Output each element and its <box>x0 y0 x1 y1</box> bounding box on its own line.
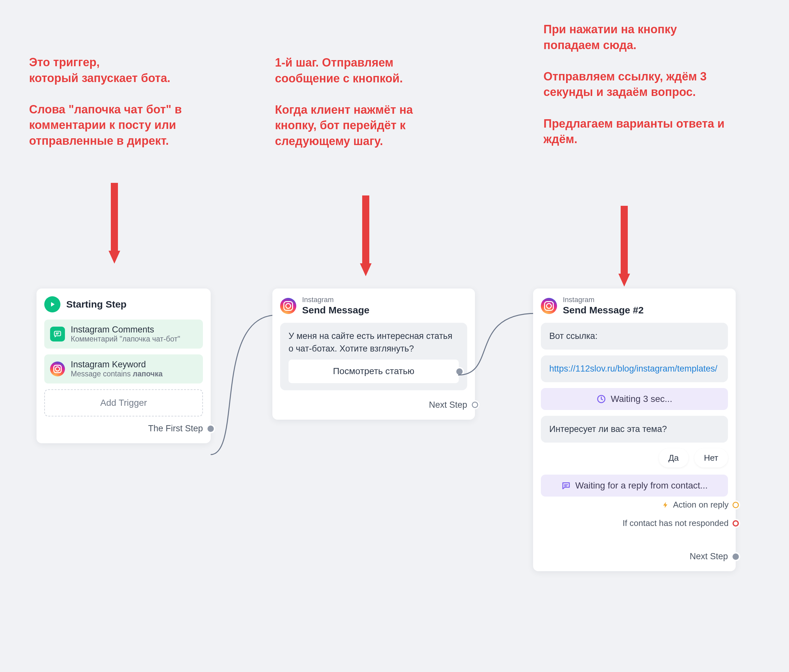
svg-rect-0 <box>54 331 61 336</box>
message-text: У меня на сайте есть интересная статья о… <box>289 330 459 355</box>
annotation-trigger: Это триггер, который запускает бота. Сло… <box>29 54 239 149</box>
port-dot-yellow[interactable] <box>733 502 739 508</box>
message-bubble[interactable]: Интересует ли вас эта тема? <box>541 416 728 443</box>
connector-line <box>207 307 281 468</box>
trigger-title: Instagram Keyword <box>71 359 163 370</box>
instagram-icon <box>541 298 557 314</box>
port-dot[interactable] <box>456 368 463 375</box>
port-label: Next Step <box>429 400 467 410</box>
add-trigger-button[interactable]: Add Trigger <box>44 389 203 417</box>
chat-icon <box>561 481 571 490</box>
waiting-label: Waiting 3 sec... <box>611 394 672 404</box>
port-label: The First Step <box>148 423 203 434</box>
waiting-reply-label: Waiting for a reply from contact... <box>575 480 708 491</box>
instagram-icon <box>50 362 65 377</box>
clock-icon <box>596 394 606 404</box>
waiting-delay[interactable]: Waiting 3 sec... <box>541 388 728 410</box>
port-dot-open[interactable] <box>472 402 478 408</box>
arrow-icon <box>108 183 121 267</box>
trigger-title: Instagram Comments <box>71 325 180 335</box>
message-bubble[interactable]: У меня на сайте есть интересная статья о… <box>280 323 467 390</box>
bolt-icon <box>662 501 669 509</box>
trigger-instagram-keyword[interactable]: Instagram Keyword Message contains лапоч… <box>44 354 203 383</box>
message-bubble-link[interactable]: https://112slov.ru/blog/instagram/templa… <box>541 355 728 382</box>
channel-label: Instagram <box>302 296 369 303</box>
waiting-for-reply[interactable]: Waiting for a reply from contact... <box>541 475 728 496</box>
message-bubble[interactable]: Вот ссылка: <box>541 323 728 350</box>
reply-option-yes[interactable]: Да <box>659 449 688 468</box>
port-dot-red[interactable] <box>733 520 739 527</box>
card-starting-step[interactable]: Starting Step Instagram Comments Коммент… <box>37 289 211 443</box>
play-icon <box>44 296 61 313</box>
annotation-step2: При нажатии на кнопку попадаем сюда. Отп… <box>543 22 728 147</box>
card-title: Send Message <box>302 305 369 316</box>
link-text: https://112slov.ru/blog/instagram/templa… <box>549 364 717 374</box>
trigger-subtitle: Message contains лапочка <box>71 370 163 378</box>
reply-option-no[interactable]: Нет <box>694 449 728 468</box>
trigger-instagram-comments[interactable]: Instagram Comments Комментарий "лапочка … <box>44 319 203 349</box>
card-title: Starting Step <box>66 299 127 310</box>
comment-icon <box>50 327 65 342</box>
arrow-icon <box>359 195 372 279</box>
annotation-step1: 1-й шаг. Отправляем сообщение с кнопкой.… <box>275 55 456 149</box>
card-send-message-1[interactable]: Instagram Send Message У меня на сайте е… <box>272 289 475 420</box>
quick-reply-button[interactable]: Посмотреть статью <box>289 359 459 383</box>
outcome-on-reply: Action on reply <box>673 500 728 510</box>
channel-label: Instagram <box>563 296 644 303</box>
card-send-message-2[interactable]: Instagram Send Message #2 Вот ссылка: ht… <box>533 289 736 571</box>
trigger-subtitle: Комментарий "лапочка чат-бот" <box>71 335 180 343</box>
port-label: Next Step <box>690 551 728 562</box>
outcome-no-response: If contact has not responded <box>623 518 728 528</box>
instagram-icon <box>280 298 296 314</box>
port-dot[interactable] <box>733 554 739 560</box>
arrow-icon <box>618 206 631 290</box>
quick-reply-label: Посмотреть статью <box>333 366 414 376</box>
card-title: Send Message #2 <box>563 305 644 316</box>
port-dot[interactable] <box>208 426 214 432</box>
